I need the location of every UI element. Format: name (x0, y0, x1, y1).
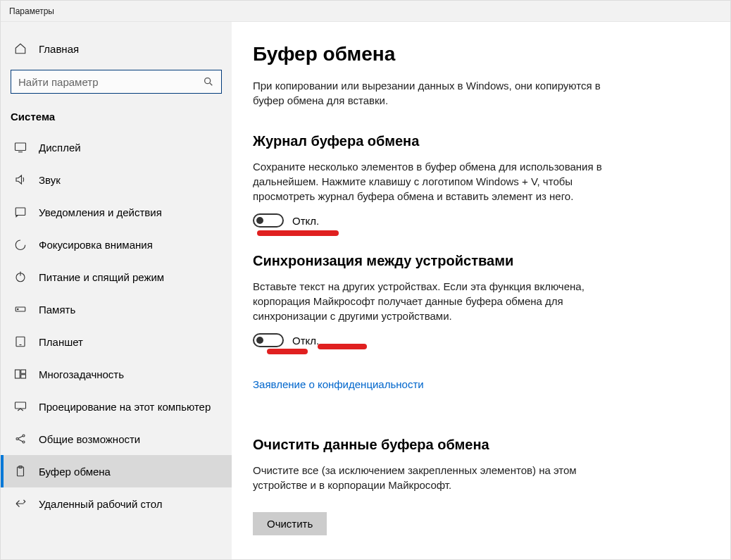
multitask-icon (13, 367, 27, 381)
power-icon (13, 270, 27, 284)
sidebar-item-label: Дисплей (39, 142, 81, 154)
storage-icon (13, 302, 27, 316)
svg-point-13 (23, 441, 25, 443)
section-label: Система (1, 106, 232, 131)
sidebar-item-label: Удаленный рабочий стол (39, 498, 162, 510)
search-box[interactable] (11, 70, 222, 94)
sidebar-item-label: Фокусировка внимания (39, 239, 153, 251)
history-toggle[interactable] (253, 213, 284, 228)
privacy-link[interactable]: Заявление о конфиденциальности (253, 378, 424, 390)
sidebar-item-label: Питание и спящий режим (39, 271, 164, 283)
sidebar-item-notifications[interactable]: Уведомления и действия (1, 196, 232, 228)
sidebar-item-project[interactable]: Проецирование на этот компьютер (1, 390, 232, 423)
sidebar-item-power[interactable]: Питание и спящий режим (1, 261, 232, 293)
svg-point-5 (18, 309, 19, 310)
tablet-icon (13, 335, 27, 349)
project-icon (13, 399, 27, 413)
sidebar-item-sound[interactable]: Звук (1, 163, 232, 196)
sidebar-item-label: Уведомления и действия (39, 206, 162, 218)
sync-heading: Синхронизация между устройствами (253, 253, 605, 269)
sidebar-item-remote[interactable]: Удаленный рабочий стол (1, 487, 232, 520)
window-title: Параметры (9, 6, 54, 16)
sidebar-item-label: Планшет (39, 336, 83, 348)
svg-point-11 (16, 438, 18, 440)
svg-point-12 (23, 435, 25, 437)
page-title: Буфер обмена (253, 43, 605, 66)
sync-toggle-label: Откл. (292, 335, 319, 347)
history-desc: Сохраните несколько элементов в буфер об… (253, 159, 605, 204)
clear-button[interactable]: Очистить (253, 512, 327, 535)
notification-icon (13, 205, 27, 219)
home-row[interactable]: Главная (1, 35, 232, 63)
svg-rect-1 (15, 143, 26, 151)
history-toggle-row: Откл. (253, 213, 605, 228)
sidebar-item-label: Буфер обмена (39, 466, 111, 478)
svg-rect-8 (21, 370, 26, 373)
search-icon (203, 76, 214, 87)
sidebar-item-label: Многозадачность (39, 368, 124, 380)
intro-text: При копировании или вырезании данных в W… (253, 78, 605, 108)
sidebar-item-storage[interactable]: Память (1, 293, 232, 325)
sidebar-item-shared[interactable]: Общие возможности (1, 423, 232, 455)
svg-rect-10 (15, 402, 26, 409)
sidebar-item-label: Общие возможности (39, 433, 140, 445)
history-toggle-label: Откл. (292, 215, 319, 227)
sidebar-item-label: Память (39, 304, 75, 316)
sidebar-item-multitask[interactable]: Многозадачность (1, 358, 232, 390)
svg-point-0 (205, 78, 211, 84)
sound-icon (13, 173, 27, 187)
clipboard-icon (13, 464, 27, 478)
shared-icon (13, 432, 27, 446)
sync-toggle-wrap: Откл. (253, 333, 605, 357)
content: Главная Система Дисплей Звук Уведомления… (1, 22, 730, 559)
sync-toggle[interactable] (253, 333, 284, 347)
annotation-underline (257, 230, 339, 236)
home-label: Главная (39, 43, 79, 55)
annotation-underline (318, 344, 367, 349)
sidebar-item-display[interactable]: Дисплей (1, 131, 232, 163)
titlebar: Параметры (1, 1, 730, 22)
history-heading: Журнал буфера обмена (253, 133, 605, 149)
svg-rect-9 (21, 375, 26, 378)
sync-desc: Вставьте текст на других устройствах. Ес… (253, 279, 605, 323)
sidebar-item-focus[interactable]: Фокусировка внимания (1, 228, 232, 261)
remote-icon (13, 497, 27, 511)
clear-desc: Очистите все (за исключением закрепленны… (253, 463, 605, 492)
svg-rect-7 (15, 370, 20, 378)
home-icon (13, 42, 27, 56)
focus-icon (13, 237, 27, 251)
sidebar-item-label: Проецирование на этот компьютер (39, 401, 211, 413)
sidebar-item-tablet[interactable]: Планшет (1, 325, 232, 358)
clear-heading: Очистить данные буфера обмена (253, 437, 605, 453)
sidebar: Главная Система Дисплей Звук Уведомления… (1, 22, 232, 559)
svg-rect-2 (15, 208, 25, 216)
display-icon (13, 140, 27, 154)
search-input[interactable] (18, 76, 203, 88)
main: Буфер обмена При копировании или вырезан… (232, 22, 730, 559)
sidebar-item-clipboard[interactable]: Буфер обмена (1, 455, 232, 487)
sidebar-item-label: Звук (39, 174, 61, 186)
annotation-underline (267, 349, 308, 354)
